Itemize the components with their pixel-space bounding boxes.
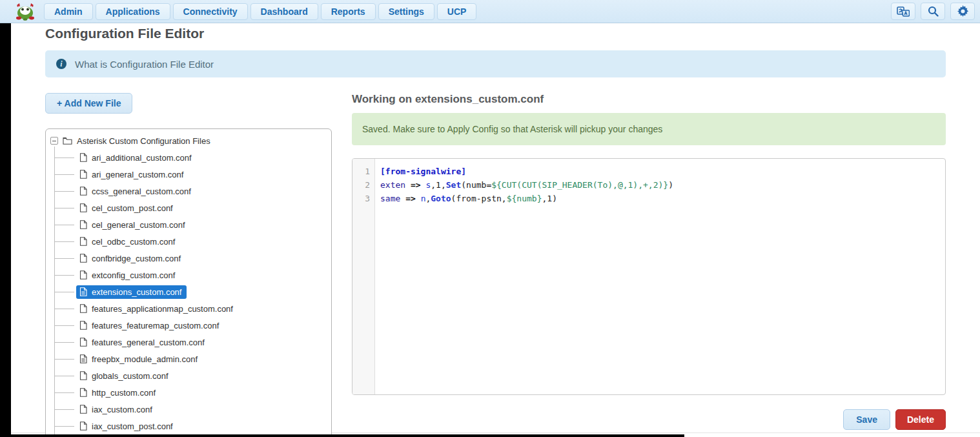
search-icon xyxy=(928,6,939,17)
tree-file-label: http_custom.conf xyxy=(92,388,156,398)
tree-file-features_featuremap_custom.conf[interactable]: features_featuremap_custom.conf xyxy=(46,317,331,334)
tree-file-label: features_featuremap_custom.conf xyxy=(92,321,219,330)
nav-item-reports[interactable]: Reports xyxy=(321,3,376,20)
file-icon xyxy=(79,187,87,196)
file-icon xyxy=(79,270,87,279)
saved-alert-text: Saved. Make sure to Apply Config so that… xyxy=(362,124,662,134)
folder-icon xyxy=(63,137,72,145)
tree-root-label: Asterisk Custom Configuration Files xyxy=(77,136,210,146)
code-line: same => n,Goto(from-pstn,${numb},1) xyxy=(380,192,945,205)
page-title: Configuration File Editor xyxy=(45,26,204,41)
nav-item-settings[interactable]: Settings xyxy=(378,3,434,20)
tree-file-iax_custom_post.conf[interactable]: iax_custom_post.conf xyxy=(46,418,331,434)
delete-button[interactable]: Delete xyxy=(895,409,946,430)
tree-file-label: iax_custom.conf xyxy=(92,405,152,414)
file-icon xyxy=(79,153,87,162)
freepbx-logo-icon[interactable] xyxy=(14,2,36,21)
tree-root-node[interactable]: Asterisk Custom Configuration Files xyxy=(46,132,331,149)
tree-file-freepbx_module_admin.conf[interactable]: freepbx_module_admin.conf xyxy=(46,351,331,367)
line-number: 3 xyxy=(352,192,370,205)
nav-item-dashboard[interactable]: Dashboard xyxy=(250,3,318,20)
add-new-file-button[interactable]: + Add New File xyxy=(45,93,132,114)
editor-gutter: 123 xyxy=(352,159,375,394)
file-icon xyxy=(79,388,87,397)
file-icon xyxy=(79,170,87,179)
tree-file-label: extensions_custom.conf xyxy=(92,287,181,297)
app-window: AdminApplicationsConnectivityDashboardRe… xyxy=(0,0,980,437)
language-button[interactable] xyxy=(891,3,915,20)
saved-alert: Saved. Make sure to Apply Config so that… xyxy=(352,113,946,145)
top-navbar: AdminApplicationsConnectivityDashboardRe… xyxy=(0,0,980,23)
editor-code-area[interactable]: [from-signalwire]exten => s,1,Set(numb=$… xyxy=(375,159,945,394)
nav-item-connectivity[interactable]: Connectivity xyxy=(173,3,248,20)
tree-file-label: ccss_general_custom.conf xyxy=(92,187,191,196)
working-on-heading: Working on extensions_custom.conf xyxy=(352,93,544,106)
tree-file-label: iax_custom_post.conf xyxy=(92,422,173,431)
tree-file-ari_general_custom.conf[interactable]: ari_general_custom.conf xyxy=(46,166,331,183)
code-line: exten => s,1,Set(numb=${CUT(CUT(SIP_HEAD… xyxy=(380,178,945,192)
file-icon xyxy=(79,321,87,330)
tree-file-ccss_general_custom.conf[interactable]: ccss_general_custom.conf xyxy=(46,183,331,199)
nav-item-applications[interactable]: Applications xyxy=(96,3,170,20)
tree-file-label: cel_general_custom.conf xyxy=(92,220,185,230)
tree-file-label: cel_custom_post.conf xyxy=(92,203,173,213)
letterbox-left xyxy=(0,23,11,437)
file-icon xyxy=(79,237,87,246)
file-icon xyxy=(79,338,87,347)
tree-file-label: features_general_custom.conf xyxy=(92,338,205,347)
tree-file-globals_custom.conf[interactable]: globals_custom.conf xyxy=(46,367,331,384)
file-icon xyxy=(79,405,87,414)
file-tree: Asterisk Custom Configuration Files ari_… xyxy=(46,132,331,437)
info-banner-text: What is Configuration File Editor xyxy=(75,59,214,70)
gear-icon xyxy=(957,5,969,17)
tree-items: ari_additional_custom.conf ari_general_c… xyxy=(46,149,331,437)
tree-file-label: extconfig_custom.conf xyxy=(92,270,175,280)
file-icon xyxy=(79,371,87,380)
tree-file-cel_odbc_custom.conf[interactable]: cel_odbc_custom.conf xyxy=(46,233,331,250)
tree-file-features_applicationmap_custom.conf[interactable]: features_applicationmap_custom.conf xyxy=(46,300,331,317)
tree-file-extconfig_custom.conf[interactable]: extconfig_custom.conf xyxy=(46,267,331,283)
nav-item-ucp[interactable]: UCP xyxy=(437,3,477,20)
tree-file-label: freepbx_module_admin.conf xyxy=(92,354,198,364)
file-icon xyxy=(79,220,87,229)
tree-file-cel_custom_post.conf[interactable]: cel_custom_post.conf xyxy=(46,199,331,216)
tree-file-label: cel_odbc_custom.conf xyxy=(92,237,175,247)
tree-file-iax_custom.conf[interactable]: iax_custom.conf xyxy=(46,401,331,418)
file-tree-panel: Asterisk Custom Configuration Files ari_… xyxy=(45,128,332,437)
file-icon xyxy=(79,422,87,431)
tree-file-ari_additional_custom.conf[interactable]: ari_additional_custom.conf xyxy=(46,149,331,166)
letterbox-bottom xyxy=(0,434,684,437)
tree-file-label: globals_custom.conf xyxy=(92,371,168,381)
tree-file-features_general_custom.conf[interactable]: features_general_custom.conf xyxy=(46,334,331,351)
info-icon: i xyxy=(56,59,66,69)
file-icon xyxy=(79,254,87,263)
file-filled-icon xyxy=(79,287,87,296)
line-number: 2 xyxy=(352,178,370,192)
tree-file-label: features_applicationmap_custom.conf xyxy=(92,304,233,314)
nav-menu: AdminApplicationsConnectivityDashboardRe… xyxy=(44,3,476,20)
tree-file-label: ari_general_custom.conf xyxy=(92,170,183,179)
editor-actions: Save Delete xyxy=(352,409,946,430)
nav-item-admin[interactable]: Admin xyxy=(44,3,93,20)
save-button[interactable]: Save xyxy=(843,409,890,430)
tree-file-http_custom.conf[interactable]: http_custom.conf xyxy=(46,384,331,401)
file-icon xyxy=(79,203,87,212)
tree-file-label: ari_additional_custom.conf xyxy=(92,153,192,163)
file-icon xyxy=(79,304,87,313)
search-button[interactable] xyxy=(921,3,945,20)
language-icon xyxy=(897,6,910,17)
code-line: [from-signalwire] xyxy=(380,165,945,178)
info-banner[interactable]: i What is Configuration File Editor xyxy=(45,50,946,77)
code-editor[interactable]: 123 [from-signalwire]exten => s,1,Set(nu… xyxy=(352,158,946,395)
tree-file-extensions_custom.conf[interactable]: extensions_custom.conf xyxy=(46,283,331,300)
file-filled-icon xyxy=(79,354,87,363)
tree-file-label: confbridge_custom.conf xyxy=(92,254,181,263)
settings-button[interactable] xyxy=(950,3,975,20)
tree-file-confbridge_custom.conf[interactable]: confbridge_custom.conf xyxy=(46,250,331,267)
line-number: 1 xyxy=(352,165,370,178)
collapse-toggle-icon[interactable] xyxy=(50,137,58,145)
tree-file-cel_general_custom.conf[interactable]: cel_general_custom.conf xyxy=(46,216,331,233)
